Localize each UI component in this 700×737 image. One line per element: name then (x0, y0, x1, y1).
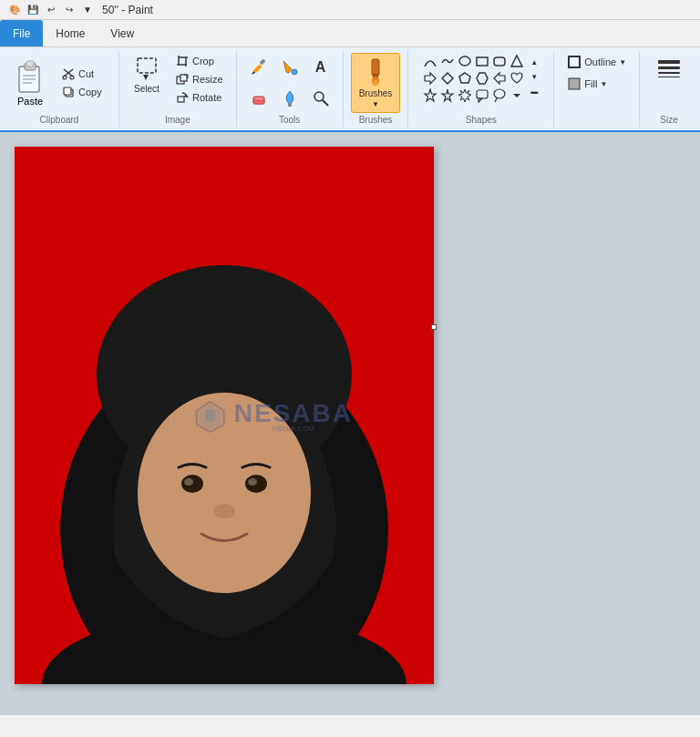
size-button[interactable] (647, 53, 691, 85)
tools-label: Tools (244, 115, 335, 125)
zoom-button[interactable] (306, 84, 335, 113)
crop-icon (176, 55, 189, 67)
cut-button[interactable]: Cut (57, 66, 111, 82)
resize-handle[interactable] (431, 324, 437, 330)
title-bar-icons: 🎨 💾 ↩ ↪ ▼ (7, 3, 95, 17)
svg-rect-19 (180, 75, 187, 81)
clipboard-label: Clipboard (7, 115, 111, 125)
status-bar (0, 714, 700, 734)
outline-button[interactable]: Outline ▼ (561, 53, 632, 71)
shapes-more[interactable]: ▬ (529, 84, 540, 98)
svg-point-8 (63, 76, 67, 79)
zoom-icon (312, 89, 330, 107)
canvas-image[interactable]: NESABA MEDIA.COM (15, 147, 434, 684)
colorpicker-button[interactable] (275, 84, 304, 113)
svg-point-51 (494, 89, 505, 98)
ribbon-group-shapes: ▲ ▼ ▬ Shapes (408, 51, 554, 127)
pin-icon[interactable]: ▼ (80, 3, 95, 17)
pencil-icon (250, 58, 268, 77)
pencil-button[interactable] (244, 53, 273, 82)
svg-rect-11 (64, 87, 71, 95)
crop-button[interactable]: Crop (170, 53, 229, 69)
svg-rect-39 (494, 57, 505, 66)
size-label: Size (647, 115, 691, 125)
ribbon-group-tools: A (237, 51, 344, 127)
menu-file[interactable]: File (0, 20, 43, 46)
size-icon (654, 56, 684, 81)
svg-rect-26 (259, 58, 265, 65)
rotate-button[interactable]: Rotate (170, 89, 229, 106)
shape-wave[interactable] (439, 53, 456, 69)
shapes-scroll-down[interactable]: ▼ (529, 69, 540, 84)
svg-rect-33 (372, 59, 379, 76)
select-icon (136, 56, 158, 82)
svg-line-32 (323, 100, 328, 106)
window-title: 50'' - Paint (102, 4, 153, 16)
menu-home[interactable]: Home (43, 20, 98, 46)
outline-icon (567, 55, 582, 69)
svg-marker-42 (442, 73, 453, 84)
shape-arrow-right[interactable] (491, 70, 508, 87)
shape-burst[interactable] (457, 87, 473, 104)
resize-label: Resize (192, 74, 223, 85)
select-label: Select (134, 84, 160, 94)
brushes-dropdown-icon: ▼ (372, 100, 379, 108)
shape-star5[interactable] (439, 87, 456, 104)
svg-marker-48 (458, 89, 471, 102)
shape-heart[interactable] (509, 70, 525, 87)
shape-curve[interactable] (422, 53, 438, 69)
svg-point-66 (184, 478, 193, 486)
brushes-button[interactable]: Brushes ▼ (351, 53, 401, 113)
save-icon[interactable]: 💾 (26, 3, 40, 17)
svg-point-31 (314, 92, 324, 101)
fill-button2[interactable]: Fill ▼ (561, 75, 632, 93)
title-bar: 🎨 💾 ↩ ↪ ▼ 50'' - Paint (0, 0, 700, 20)
copy-icon (62, 86, 75, 98)
cut-icon (62, 67, 75, 80)
size-content (647, 53, 691, 113)
svg-marker-43 (459, 73, 470, 83)
shape-roundrect[interactable] (491, 53, 508, 69)
copy-button[interactable]: Copy (57, 84, 111, 100)
fill-label: Fill (584, 78, 597, 89)
eraser-icon (250, 89, 268, 107)
crop-label: Crop (192, 56, 214, 67)
shape-triangle[interactable] (509, 53, 525, 69)
svg-marker-40 (511, 56, 522, 67)
shape-hexagon[interactable] (474, 70, 490, 87)
svg-marker-53 (513, 94, 520, 97)
brushes-icon (363, 57, 388, 87)
menu-view[interactable]: View (98, 20, 147, 46)
brushes-content: Brushes ▼ (351, 53, 401, 113)
svg-marker-46 (425, 89, 436, 101)
shape-rect[interactable] (474, 53, 490, 69)
select-button[interactable]: Select (127, 53, 167, 97)
svg-point-27 (292, 69, 297, 75)
svg-marker-41 (425, 73, 436, 84)
shape-diamond[interactable] (439, 70, 456, 87)
shape-star4[interactable] (422, 87, 438, 104)
resize-button[interactable]: Resize (170, 71, 229, 87)
undo-icon[interactable]: ↩ (44, 3, 58, 17)
canvas-area[interactable]: NESABA MEDIA.COM (0, 132, 700, 714)
svg-rect-24 (252, 64, 262, 73)
svg-rect-2 (26, 61, 34, 67)
paste-button[interactable]: Paste (7, 53, 53, 113)
svg-point-67 (248, 478, 257, 486)
outline-fill-content: Outline ▼ Fill ▼ (561, 53, 632, 123)
shape-speech[interactable] (491, 87, 508, 104)
svg-marker-44 (477, 73, 488, 84)
svg-point-37 (459, 56, 470, 66)
text-button[interactable]: A (306, 53, 335, 82)
redo-icon[interactable]: ↪ (62, 3, 77, 17)
shape-pentagon[interactable] (457, 70, 473, 87)
rotate-icon (176, 91, 189, 104)
shape-arrow-left[interactable] (422, 70, 438, 87)
copy-label: Copy (78, 87, 102, 97)
fill-button[interactable] (275, 53, 304, 82)
eraser-button[interactable] (244, 84, 273, 113)
shape-oval[interactable] (457, 53, 473, 69)
shape-dropdown[interactable] (509, 87, 525, 104)
shape-callout[interactable] (474, 87, 490, 104)
shapes-scroll-up[interactable]: ▲ (529, 55, 540, 69)
